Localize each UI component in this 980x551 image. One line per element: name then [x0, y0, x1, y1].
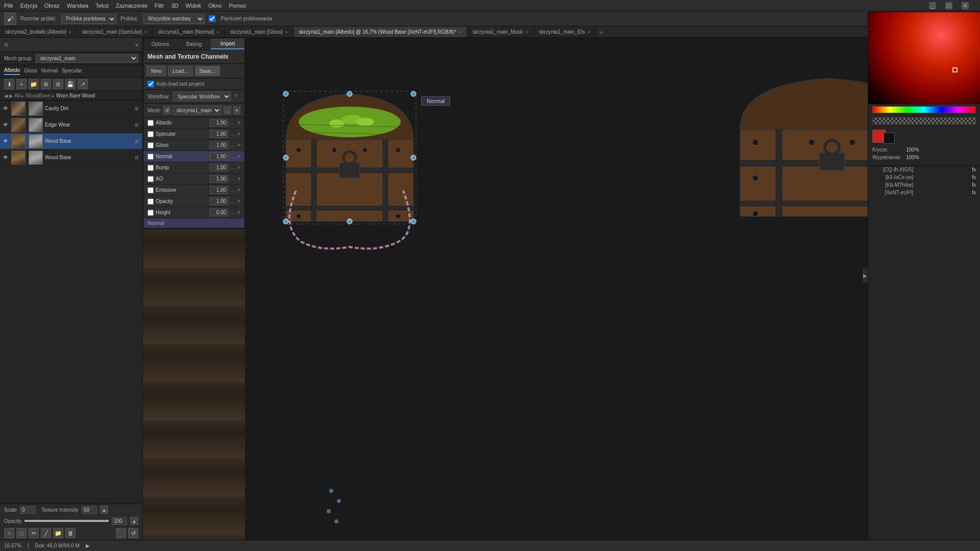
tab-close-2[interactable]: × — [216, 30, 219, 35]
sample-select[interactable]: Wszystkie warstwy — [143, 14, 205, 24]
emissive-checkbox[interactable] — [148, 187, 154, 193]
blend-line[interactable]: ╱ — [41, 528, 51, 538]
folder-button[interactable]: 📁 — [29, 79, 39, 89]
tab-specular[interactable]: skrzynia1_main [Specular] × — [77, 27, 153, 38]
hue-slider[interactable] — [872, 106, 976, 113]
height-x[interactable]: × — [237, 210, 240, 215]
blend-folder[interactable]: 📁 — [53, 528, 63, 538]
bump-value[interactable] — [210, 164, 228, 171]
menu-tekst[interactable]: Tekst — [95, 3, 109, 9]
height-dots[interactable]: … — [230, 210, 235, 215]
opacity-x[interactable]: × — [237, 198, 240, 204]
background-swatch[interactable] — [884, 133, 895, 144]
menu-edycja[interactable]: Edycja — [20, 3, 37, 9]
new-button[interactable]: New — [146, 66, 166, 76]
tab-close-0[interactable]: × — [69, 30, 71, 35]
layer-item-woodbase2[interactable]: 👁 Wood Base ⊞ — [0, 149, 142, 166]
menu-pomoc[interactable]: Pomoc — [229, 3, 246, 9]
ch-tab-albedo[interactable]: Albedo — [4, 67, 20, 75]
alpha-slider[interactable] — [872, 117, 976, 124]
tab-gloss[interactable]: skrzynia1_main [Gloss] × — [225, 27, 294, 38]
menu-obraz[interactable]: Obraz — [44, 3, 60, 9]
bc-prev[interactable]: ◀ — [4, 93, 8, 98]
specular-dots[interactable]: … — [230, 131, 235, 137]
export-button[interactable]: ↗ — [78, 79, 88, 89]
dialog-tab-import[interactable]: Import — [211, 38, 244, 49]
albedo-dots[interactable]: … — [230, 120, 235, 126]
workflow-help[interactable]: ? — [234, 94, 237, 99]
menu-warstwa[interactable]: Warstwa — [67, 3, 88, 9]
canvas-area[interactable]: Options Baking Import Mesh and Texture C… — [143, 38, 980, 540]
bc-worn[interactable]: Worn Bare Wood — [56, 93, 95, 98]
opacity-val[interactable] — [210, 197, 228, 205]
layer-options-woodbase2[interactable]: ⊞ — [133, 154, 140, 161]
opacity-checkbox[interactable] — [148, 198, 154, 205]
bc-woodbase[interactable]: WoodBase — [26, 93, 51, 98]
opacity-up[interactable]: ▲ — [130, 517, 138, 525]
menu-filtr[interactable]: Filtr — [155, 3, 164, 9]
gloss-dots[interactable]: … — [230, 142, 235, 148]
layer-eye-woodbase[interactable]: 👁 — [2, 138, 9, 145]
blend-square[interactable]: □ — [16, 528, 27, 538]
tab-close-5[interactable]: × — [525, 30, 528, 35]
emissive-value[interactable] — [210, 186, 228, 194]
expand-arrow[interactable]: ▶ — [862, 268, 868, 283]
size-select[interactable]: Próbka punktowa — [61, 14, 116, 24]
layer-options-woodbase[interactable]: ⊞ — [133, 138, 140, 145]
gloss-checkbox[interactable] — [148, 142, 154, 148]
ch-tab-normal[interactable]: Normal — [41, 68, 58, 74]
new-layer-button[interactable]: + — [16, 79, 27, 89]
tab-albedo-active[interactable]: skrzynia1_main [Albedo] @ 16,7% (Wood Ba… — [293, 27, 467, 38]
normal-dots[interactable]: … — [230, 154, 235, 159]
tab-close-6[interactable]: × — [587, 30, 590, 35]
tab-close-4[interactable]: × — [459, 30, 461, 35]
close-button[interactable]: × — [962, 2, 969, 9]
mesh-dots[interactable]: … — [224, 106, 231, 114]
albedo-x[interactable]: × — [237, 120, 240, 126]
height-value[interactable] — [210, 209, 228, 216]
blend-trash[interactable]: 🗑 — [65, 528, 76, 538]
ao-checkbox[interactable] — [148, 176, 154, 182]
layer-eye-cavity[interactable]: 👁 — [2, 105, 9, 112]
brush-tool[interactable]: 🖌 — [4, 13, 16, 25]
layer-options-cavity[interactable]: ⊞ — [133, 105, 140, 112]
blend-refresh[interactable]: ↺ — [128, 528, 138, 538]
albedo-checkbox[interactable] — [148, 120, 154, 126]
status-arrow[interactable]: ▶ — [86, 543, 90, 548]
emissive-x[interactable]: × — [237, 187, 240, 193]
opacity-dots[interactable]: … — [230, 198, 235, 204]
load-button[interactable]: Load... — [168, 66, 193, 76]
scale-input[interactable] — [20, 506, 35, 514]
emissive-dots[interactable]: … — [230, 187, 235, 193]
save-layer-button[interactable]: 💾 — [65, 79, 76, 89]
bump-x[interactable]: × — [237, 165, 240, 170]
ao-value[interactable] — [210, 175, 228, 183]
intensity-up[interactable]: ▲ — [100, 506, 108, 514]
bump-dots[interactable]: … — [230, 165, 235, 170]
ao-dots[interactable]: … — [230, 176, 235, 182]
specular-value[interactable] — [210, 130, 228, 138]
ch-tab-specular[interactable]: Specular — [62, 68, 82, 74]
color-gradient-picker[interactable] — [868, 12, 980, 104]
ring-checkbox[interactable] — [209, 15, 215, 22]
blend-mask[interactable]: ⬛ — [116, 528, 126, 538]
bc-next[interactable]: ▶ — [9, 93, 13, 98]
tab-mask[interactable]: skrzynia1_main_Mask × — [468, 27, 534, 38]
intensity-input[interactable] — [82, 506, 97, 514]
maximize-button[interactable]: □ — [945, 2, 952, 9]
bc-all[interactable]: All — [14, 93, 20, 98]
dialog-tab-options[interactable]: Options — [143, 38, 177, 49]
layer-item-edgewear[interactable]: 👁 Edge Wear ⊞ — [0, 117, 142, 133]
layer-eye-edgewear[interactable]: 👁 — [2, 121, 9, 129]
layer-item-cavity[interactable]: 👁 Cavity Dirt ⊞ — [0, 101, 142, 117]
save-button[interactable]: Save... — [195, 66, 220, 76]
dialog-tab-baking[interactable]: Baking — [177, 38, 211, 49]
gloss-value[interactable] — [210, 141, 228, 149]
auto-load-checkbox[interactable] — [148, 81, 154, 87]
specular-checkbox[interactable] — [148, 131, 154, 137]
menu-okno[interactable]: Okno — [208, 3, 222, 9]
mesh-close[interactable]: × — [233, 106, 240, 114]
minimize-button[interactable]: _ — [929, 2, 936, 9]
layer-item-woodbase[interactable]: 👁 Wood Base ⊞ — [0, 133, 142, 149]
layer-options-edgewear[interactable]: ⊞ — [133, 121, 140, 129]
